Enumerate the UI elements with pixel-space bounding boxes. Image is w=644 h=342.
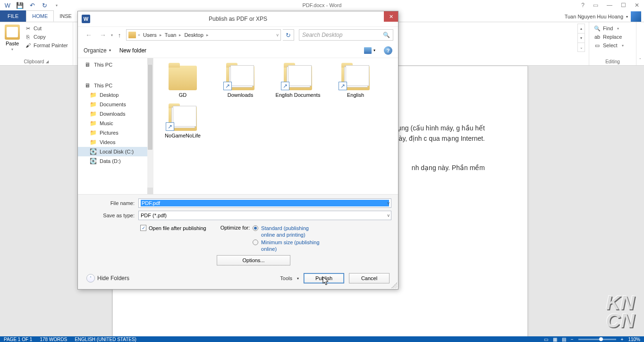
paste-icon: [5, 25, 20, 40]
breadcrumb-1[interactable]: Tuan: [164, 32, 178, 38]
tree-item-downloads[interactable]: 📁Downloads: [78, 109, 153, 119]
editing-group-label: Editing: [605, 59, 620, 64]
tree-item-desktop[interactable]: 📁Desktop: [78, 90, 153, 100]
clipboard-launcher-icon[interactable]: ◢: [46, 60, 49, 64]
title-bar: W 💾 ↶ ↻ ▾ PDF.docx - Word ? ▭ — ☐ ✕: [0, 0, 644, 10]
tree-item-documents[interactable]: 📁Documents: [78, 100, 153, 109]
file-item-english-documents[interactable]: ↗English Documents: [273, 62, 322, 98]
new-folder-button[interactable]: New folder: [119, 47, 146, 54]
hide-folders-button[interactable]: ˆ Hide Folders: [86, 274, 129, 282]
undo-icon[interactable]: ↶: [28, 1, 36, 9]
word-count[interactable]: 178 WORDS: [40, 337, 67, 342]
tab-home[interactable]: HOME: [26, 10, 54, 22]
publish-dialog: W Publish as PDF or XPS ✕ ← → ▾ ↑ « User…: [77, 11, 398, 290]
tree-item-music[interactable]: 📁Music: [78, 119, 153, 128]
user-dropdown-icon[interactable]: ▾: [626, 15, 628, 19]
breadcrumb-0[interactable]: Users: [142, 32, 158, 38]
address-bar[interactable]: « Users▸ Tuan▸ Desktop▸ v: [126, 29, 281, 41]
savetype-label: Save as type:: [85, 213, 135, 218]
filename-dropdown-icon[interactable]: v: [388, 201, 390, 205]
tree-item-label: Documents: [100, 102, 126, 107]
redo-icon[interactable]: ↻: [41, 1, 48, 9]
replace-button[interactable]: abReplace: [593, 33, 632, 41]
cut-button[interactable]: ✂Cut: [24, 25, 69, 32]
file-name: English Documents: [276, 92, 321, 98]
zoom-value[interactable]: 110%: [628, 337, 640, 342]
view-button[interactable]: ▾: [364, 47, 375, 54]
file-item-nogamenolife[interactable]: ↗NoGameNoLife: [158, 103, 207, 138]
tree-scrollbar[interactable]: [147, 58, 153, 194]
file-name: Downloads: [228, 92, 253, 98]
help-icon[interactable]: ?: [384, 46, 392, 55]
open-after-checkbox[interactable]: ✓ Open file after publishing: [140, 225, 206, 231]
tree-item-this-pc[interactable]: 🖥This PC: [78, 81, 153, 90]
select-button[interactable]: ▭Select▾: [593, 42, 632, 49]
zoom-slider[interactable]: [578, 339, 616, 340]
format-painter-label: Format Painter: [34, 43, 68, 48]
history-dropdown-icon[interactable]: ▾: [111, 33, 113, 37]
tab-insert[interactable]: INSE: [54, 10, 77, 22]
folder-tree[interactable]: 🖥This PC🖥This PC📁Desktop📁Documents📁Downl…: [78, 58, 153, 194]
dialog-title-bar[interactable]: W Publish as PDF or XPS ✕: [78, 11, 398, 27]
dialog-toolbar: Organize▾ New folder ▾ ?: [78, 43, 398, 58]
up-button[interactable]: ↑: [115, 32, 124, 39]
breadcrumb-2[interactable]: Desktop: [183, 32, 204, 38]
back-button[interactable]: ←: [83, 29, 95, 41]
tree-item-data-d-[interactable]: 💽Data (D:): [78, 156, 153, 166]
cancel-button[interactable]: Cancel: [349, 273, 390, 283]
user-area[interactable]: Tuan Nguyen Huu Hoang ▾: [565, 11, 644, 22]
publish-button[interactable]: Publish: [304, 273, 344, 283]
refresh-button[interactable]: ↻: [283, 29, 294, 41]
tree-item-videos[interactable]: 📁Videos: [78, 137, 153, 147]
tree-item-local-disk-c-[interactable]: 💽Local Disk (C:): [78, 147, 153, 156]
page-indicator[interactable]: PAGE 1 OF 1: [4, 337, 32, 342]
shortcut-icon: ↗: [166, 122, 174, 131]
optimize-standard-radio[interactable]: Standard (publishing online and printing…: [253, 225, 322, 238]
search-input[interactable]: Search Desktop 🔍: [299, 29, 393, 41]
zoom-in-icon[interactable]: +: [621, 337, 624, 342]
resize-grip[interactable]: [391, 282, 397, 288]
ribbon-display-icon[interactable]: ▭: [593, 2, 598, 9]
save-icon[interactable]: 💾: [16, 1, 24, 9]
file-item-gd[interactable]: GD: [158, 62, 207, 98]
file-tab[interactable]: FILE: [0, 10, 26, 22]
help-icon[interactable]: ?: [581, 2, 585, 9]
paste-button[interactable]: Paste ▾: [4, 24, 21, 52]
organize-button[interactable]: Organize▾: [84, 47, 111, 54]
dialog-close-button[interactable]: ✕: [384, 11, 398, 22]
zoom-out-icon[interactable]: −: [571, 337, 574, 342]
hide-folders-label: Hide Folders: [97, 275, 129, 282]
forward-button[interactable]: →: [97, 29, 109, 41]
tools-button[interactable]: Tools▾: [280, 275, 299, 281]
view-read-icon[interactable]: ▭: [544, 337, 548, 342]
tree-item-this-pc[interactable]: 🖥This PC: [78, 60, 153, 69]
close-icon[interactable]: ✕: [635, 2, 639, 9]
filename-input[interactable]: v: [138, 198, 391, 208]
file-view[interactable]: GD↗Downloads↗English Documents↗English↗N…: [153, 58, 398, 194]
paste-dropdown-icon[interactable]: ▾: [11, 47, 13, 51]
file-item-downloads[interactable]: ↗Downloads: [216, 62, 265, 98]
filename-field[interactable]: [141, 200, 389, 206]
styles-more[interactable]: ▴▾⌄: [577, 24, 585, 52]
avatar[interactable]: [631, 11, 641, 22]
copy-button[interactable]: ⎘Copy: [24, 33, 69, 41]
address-dropdown-icon[interactable]: v: [277, 33, 279, 37]
format-painter-button[interactable]: 🖌Format Painter: [24, 42, 69, 49]
savetype-select[interactable]: PDF (*.pdf) v: [138, 211, 391, 220]
file-item-english[interactable]: ↗English: [331, 62, 380, 98]
savetype-dropdown-icon[interactable]: v: [388, 213, 390, 218]
options-button[interactable]: Options...: [217, 255, 290, 265]
language-indicator[interactable]: ENGLISH (UNITED STATES): [75, 337, 136, 342]
dialog-nav: ← → ▾ ↑ « Users▸ Tuan▸ Desktop▸ v ↻ Sear…: [78, 27, 398, 43]
view-web-icon[interactable]: ▤: [562, 337, 566, 342]
view-icon: [364, 47, 372, 54]
find-button[interactable]: 🔍Find▾: [593, 25, 632, 32]
minimize-icon[interactable]: —: [607, 2, 612, 9]
maximize-icon[interactable]: ☐: [621, 2, 626, 9]
search-icon[interactable]: 🔍: [383, 32, 390, 38]
tree-item-pictures[interactable]: 📁Pictures: [78, 128, 153, 137]
optimize-minimum-radio[interactable]: Minimum size (publishing online): [253, 239, 322, 252]
qat-dropdown-icon[interactable]: ▾: [53, 1, 60, 9]
view-print-icon[interactable]: ▦: [553, 337, 557, 342]
collapse-ribbon-icon[interactable]: ˆ: [636, 22, 644, 65]
